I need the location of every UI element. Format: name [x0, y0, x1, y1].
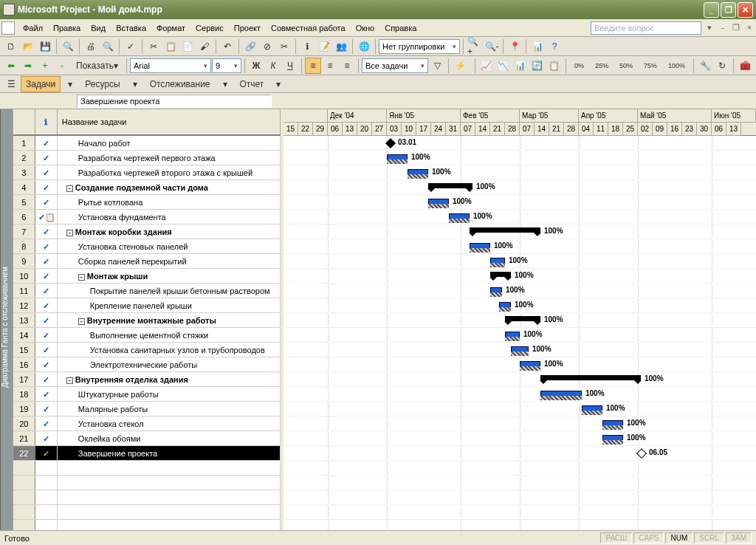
pct-0[interactable]: 0% [569, 58, 589, 74]
underline-button[interactable]: Ч [282, 58, 298, 74]
mdi-minimize[interactable]: - [718, 23, 728, 33]
menu-view[interactable]: Вид [86, 21, 111, 35]
table-row[interactable]: 12 ✓ Крепление панелей крыши [13, 298, 281, 313]
maximize-button[interactable]: ❐ [721, 2, 736, 18]
task-name-cell[interactable]: Рытье котлована [58, 195, 281, 209]
task-name-cell[interactable]: Установка санитарных узлов и трубопровод… [58, 343, 281, 357]
table-row[interactable]: 6 ✓📋 Установка фундамента [13, 210, 281, 224]
assign-button[interactable]: 👥 [333, 38, 349, 55]
menu-collab[interactable]: Совместная работа [266, 21, 351, 35]
open-button[interactable]: 📂 [20, 38, 36, 55]
align-center-button[interactable]: ≡ [322, 58, 338, 74]
menu-project[interactable]: Проект [229, 21, 266, 35]
task-name-cell[interactable]: Разработка чертежей первого этажа [58, 151, 281, 165]
task-name-cell[interactable]: -Внутренние монтажные работы [58, 313, 281, 327]
table-row[interactable]: 18 ✓ Штукатурные работы [13, 387, 281, 402]
col-indicators[interactable]: ℹ [35, 109, 58, 135]
gantt-body[interactable]: 03.01100%100%100%100%100%100%100%100%100… [284, 136, 756, 533]
zoom-out-button[interactable]: 🔍- [484, 38, 500, 55]
format-painter-button[interactable]: 🖌 [196, 38, 213, 55]
preview-button[interactable]: 🔍 [100, 38, 116, 55]
show-button[interactable]: Показать ▾ [71, 58, 123, 74]
table-row[interactable]: 7 ✓ -Монтаж коробки здания [13, 224, 281, 239]
milestone-marker[interactable] [385, 138, 396, 148]
table-row[interactable]: 4 ✓ -Создание подземной части дома [13, 180, 281, 195]
search-button[interactable]: 🔍 [60, 38, 76, 55]
save-button[interactable]: 💾 [37, 38, 53, 55]
summary-bar[interactable] [428, 183, 472, 188]
help-search[interactable]: Введите вопрос [591, 21, 701, 35]
task-name-cell[interactable]: Покрытие панелей крыши бетонным растворо… [58, 284, 281, 298]
minimize-button[interactable]: _ [704, 2, 719, 18]
summary-bar[interactable] [490, 272, 511, 277]
close-button[interactable]: ✕ [738, 2, 753, 18]
pct-25[interactable]: 25% [590, 58, 614, 74]
track-2[interactable]: 📉 [495, 58, 512, 74]
menu-insert[interactable]: Вставка [111, 21, 151, 35]
menu-edit[interactable]: Правка [48, 21, 86, 35]
task-name-cell[interactable]: Завершение проекта [58, 446, 281, 460]
outline-toggle[interactable]: - [66, 185, 73, 192]
pct-100[interactable]: 100% [663, 58, 690, 74]
summary-bar[interactable] [540, 375, 641, 380]
table-row[interactable]: 9 ✓ Сборка панелей перекрытий [13, 254, 281, 269]
table-row[interactable]: 2 ✓ Разработка чертежей первого этажа [13, 151, 281, 165]
reschedule-button[interactable]: ↻ [714, 58, 730, 74]
pct-50[interactable]: 50% [614, 58, 638, 74]
autofilter-button[interactable]: ▽ [429, 58, 445, 74]
group-combo[interactable]: Нет группировки▾ [379, 39, 460, 54]
report-dropdown[interactable]: ▾ [270, 76, 286, 92]
track-4[interactable]: 🔄 [529, 58, 546, 74]
outdent-arrow[interactable]: ⬅ [3, 58, 19, 74]
table-row[interactable]: 13 ✓ -Внутренние монтажные работы [13, 313, 281, 328]
mdi-close[interactable]: × [744, 23, 755, 33]
paste-button[interactable]: 📄 [179, 38, 196, 55]
help-button[interactable]: ? [546, 38, 563, 55]
tracking-view-button[interactable]: Отслеживание [145, 76, 216, 92]
publish-button[interactable]: 🌐 [356, 38, 372, 55]
help-dropdown-icon[interactable]: ▾ [704, 23, 715, 33]
table-row[interactable]: 3 ✓ Разработка чертежей второго этажа с … [13, 165, 281, 180]
task-name-cell[interactable]: -Создание подземной части дома [58, 180, 281, 194]
menu-window[interactable]: Окно [351, 21, 380, 35]
cut-button[interactable]: ✂ [145, 38, 162, 55]
task-name-cell[interactable]: Установка стекол [58, 417, 281, 431]
update-button[interactable]: 🔧 [697, 58, 713, 74]
pct-75[interactable]: 75% [639, 58, 662, 74]
show-minus[interactable]: - [54, 58, 70, 74]
tasks-dropdown[interactable]: ▾ [62, 76, 78, 92]
align-right-button[interactable]: ≡ [339, 58, 355, 74]
table-row[interactable]: 22 ✓ Завершение проекта [13, 446, 281, 461]
task-name-cell[interactable]: Разработка чертежей второго этажа с крыш… [58, 165, 281, 179]
menu-file[interactable]: Файл [18, 21, 48, 35]
table-row[interactable]: 21 ✓ Оклейка обоями [13, 431, 281, 446]
task-name-cell[interactable]: Оклейка обоями [58, 431, 281, 445]
resources-view-button[interactable]: Ресурсы [80, 76, 125, 92]
bold-button[interactable]: Ж [248, 58, 264, 74]
table-row[interactable]: 8 ✓ Установка стеновых панелей [13, 239, 281, 254]
restore-icon[interactable] [1, 21, 15, 35]
collab-toolbar-button[interactable]: 🧰 [737, 58, 753, 74]
task-name-cell[interactable]: Начало работ [58, 136, 281, 150]
table-row[interactable]: 16 ✓ Электротехнические работы [13, 357, 281, 372]
indent-arrow[interactable]: ➡ [20, 58, 36, 74]
milestone-marker[interactable] [636, 448, 647, 459]
mdi-restore[interactable]: ❐ [731, 23, 741, 33]
zoom-in-button[interactable]: 🔍+ [467, 38, 483, 55]
undo-button[interactable]: ↶ [219, 38, 236, 55]
filter-combo[interactable]: Все задачи▾ [362, 58, 428, 73]
table-row[interactable]: 5 ✓ Рытье котлована [13, 195, 281, 210]
table-row[interactable]: 20 ✓ Установка стекол [13, 417, 281, 431]
table-row[interactable]: 17 ✓ -Внутренняя отделка здания [13, 372, 281, 387]
outline-toggle[interactable]: - [66, 230, 73, 236]
entry-cell[interactable]: Завершение проекта [77, 95, 272, 108]
note-button[interactable]: 📝 [316, 38, 332, 55]
menu-help[interactable]: Справка [379, 21, 422, 35]
unlink-button[interactable]: ⊘ [259, 38, 275, 55]
col-id[interactable] [13, 109, 35, 135]
table-row[interactable]: 19 ✓ Малярные работы [13, 402, 281, 417]
table-row[interactable]: 1 ✓ Начало работ [13, 136, 281, 151]
gantt-wizard-button[interactable]: ⚡ [452, 58, 468, 74]
italic-button[interactable]: К [265, 58, 281, 74]
split-button[interactable]: ✂ [276, 38, 292, 55]
